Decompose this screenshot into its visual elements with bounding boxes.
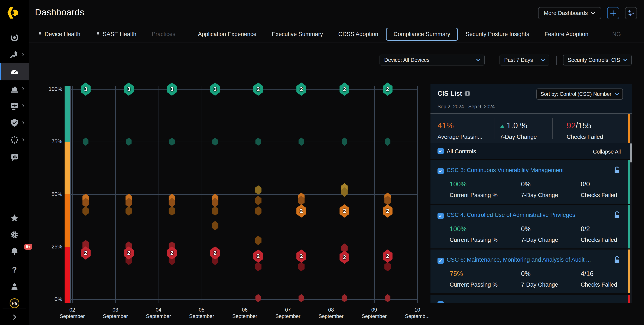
csc-title-link[interactable]: CSC 4: Controlled Use of Administrative … — [447, 212, 575, 218]
data-point-hexagon[interactable] — [168, 206, 175, 216]
data-point-hexagon[interactable] — [342, 294, 347, 302]
sidebar-item-alerts[interactable] — [0, 81, 29, 98]
checks-failed-value: 92/155 — [567, 121, 591, 130]
data-point-hexagon[interactable]: 2 — [254, 249, 263, 263]
data-point-hexagon[interactable]: 2 — [383, 204, 392, 217]
x-axis-label: 02September — [53, 307, 92, 319]
x-axis-label: 05September — [182, 307, 221, 319]
data-point-hexagon[interactable] — [255, 236, 262, 245]
user-icon — [10, 282, 19, 292]
sidebar-settings-gear-button[interactable] — [0, 227, 29, 244]
data-point-hexagon[interactable] — [385, 138, 390, 146]
data-point-hexagon[interactable]: 2 — [340, 83, 349, 96]
row-severity-bar — [628, 160, 630, 204]
summary-severity-bar — [628, 114, 630, 143]
panw-logo-icon[interactable] — [7, 7, 20, 20]
csc-title-link[interactable]: CSC 3: Continuous Vulnerability Manageme… — [447, 167, 564, 174]
csc-checkbox[interactable]: ✓ — [438, 258, 444, 264]
panel-divider — [430, 159, 632, 159]
sidebar-item-command-center[interactable] — [0, 30, 29, 47]
data-point-hexagon[interactable] — [255, 196, 262, 205]
unlock-icon[interactable] — [614, 256, 620, 265]
data-point-hexagon[interactable]: 3 — [81, 83, 90, 96]
data-point-hexagon[interactable] — [384, 262, 391, 271]
data-point-hexagon[interactable] — [126, 206, 132, 216]
data-point-hexagon[interactable] — [212, 221, 218, 230]
insights-trend-icon — [10, 50, 19, 60]
sidebar-item-reports[interactable] — [0, 149, 29, 166]
unlock-icon[interactable] — [614, 166, 620, 175]
data-point-count: 3 — [127, 86, 130, 93]
sort-by-dropdown[interactable]: Sort by: Control (CSC) Number — [536, 89, 623, 100]
sidebar-item-dashboards[interactable] — [0, 63, 29, 80]
vertical-gridline — [417, 86, 418, 303]
x-axis-label: 10Septemb... — [398, 307, 436, 319]
data-point-hexagon[interactable]: 2 — [296, 249, 306, 263]
panel-scrollbar-thumb[interactable] — [630, 143, 632, 163]
partial-checkbox[interactable] — [438, 301, 444, 303]
reports-icon — [10, 152, 19, 162]
csc-failed-value: 4/16 — [581, 270, 594, 278]
data-point-hexagon[interactable] — [255, 206, 262, 216]
notification-badge: 9+ — [24, 244, 32, 250]
data-point-hexagon[interactable]: 3 — [167, 83, 177, 96]
data-point-hexagon[interactable] — [255, 262, 262, 271]
data-point-hexagon[interactable] — [126, 138, 132, 146]
checks-failed-label: Checks Failed — [567, 134, 603, 140]
data-point-hexagon[interactable]: 2 — [81, 246, 90, 259]
csc-title-link[interactable]: CSC 6: Maintenance, Monitoring and Analy… — [447, 256, 591, 263]
data-point-hexagon[interactable] — [255, 185, 262, 195]
row-severity-bar — [628, 249, 630, 293]
csc-checkbox[interactable]: ✓ — [438, 213, 444, 219]
data-point-hexagon[interactable] — [212, 138, 218, 146]
data-point-hexagon[interactable]: 2 — [167, 246, 177, 259]
data-point-hexagon[interactable]: 2 — [340, 204, 349, 217]
unlock-icon[interactable] — [614, 211, 620, 220]
data-point-hexagon[interactable] — [298, 138, 304, 146]
all-controls-checkbox[interactable]: ✓ — [438, 148, 444, 154]
data-point-hexagon[interactable] — [169, 138, 175, 146]
data-point-hexagon[interactable]: 2 — [210, 246, 220, 259]
data-point-hexagon[interactable]: 2 — [296, 83, 306, 96]
sidebar-item-security[interactable] — [0, 115, 29, 132]
data-point-hexagon[interactable] — [298, 294, 304, 302]
process-dots-icon — [10, 135, 19, 145]
data-point-hexagon[interactable]: 2 — [296, 204, 306, 217]
sidebar-favorites-star-button[interactable] — [0, 210, 29, 227]
data-point-hexagon[interactable]: 2 — [383, 83, 392, 96]
x-axis-label: 07September — [269, 307, 307, 319]
data-point-hexagon[interactable] — [83, 138, 89, 146]
x-axis-label: 08September — [312, 307, 350, 319]
csc-checkbox[interactable]: ✓ — [438, 168, 444, 174]
data-point-hexagon[interactable] — [298, 262, 305, 271]
y-axis-tick: 50% — [43, 191, 62, 197]
data-point-hexagon[interactable]: 2 — [254, 83, 263, 96]
data-point-hexagon[interactable] — [385, 294, 390, 302]
info-icon[interactable]: i — [464, 91, 470, 96]
sidebar-user-button[interactable] — [0, 278, 29, 295]
collapse-all-button[interactable]: Collapse All — [593, 149, 621, 155]
sidebar-help-button[interactable]: ? — [0, 261, 29, 278]
data-point-count: 2 — [84, 250, 87, 256]
sidebar-item-insights[interactable] — [0, 47, 29, 64]
csc-change-value: 0% — [521, 270, 531, 278]
sidebar-notifications-bell-button[interactable]: 9+ — [0, 243, 29, 260]
sidebar-item-automation[interactable] — [0, 132, 29, 149]
data-point-hexagon[interactable] — [212, 206, 218, 216]
data-point-count: 2 — [386, 86, 389, 93]
sidebar-item-devices[interactable] — [0, 98, 29, 115]
data-point-count: 2 — [300, 86, 303, 93]
panel-scrollbar-track[interactable] — [630, 114, 632, 303]
csc-passing-label: Current Passing % — [450, 281, 498, 288]
data-point-hexagon[interactable]: 2 — [124, 246, 134, 259]
data-point-hexagon[interactable]: 3 — [124, 83, 134, 96]
settings-gear-icon — [10, 230, 19, 240]
sidebar-expand-button[interactable] — [0, 308, 29, 325]
data-point-hexagon[interactable]: 3 — [210, 83, 220, 96]
data-point-hexagon[interactable]: 2 — [383, 249, 392, 263]
data-point-hexagon[interactable] — [255, 138, 261, 146]
data-point-hexagon[interactable]: 2 — [340, 251, 349, 264]
data-point-hexagon[interactable] — [255, 294, 261, 302]
data-point-hexagon[interactable] — [82, 206, 89, 216]
data-point-hexagon[interactable] — [342, 138, 347, 146]
